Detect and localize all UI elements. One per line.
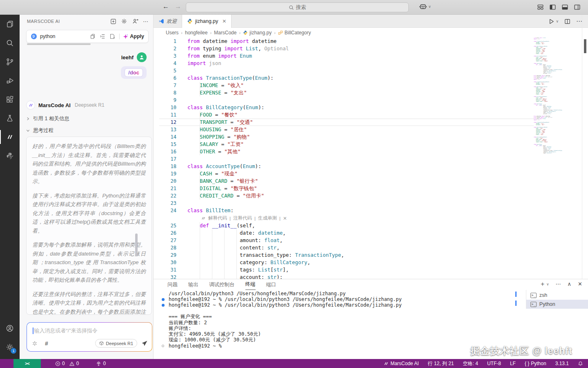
problems-status[interactable]: 0 0: [55, 361, 79, 366]
code-snippet-card[interactable]: python Apply: [26, 30, 149, 43]
sidebar-item-source-control[interactable]: [0, 52, 20, 71]
ports-status[interactable]: 0: [96, 361, 106, 366]
codelens-link[interactable]: 生成单测: [258, 215, 277, 221]
sidebar-item-search[interactable]: [0, 34, 20, 52]
sidebar-item-explorer[interactable]: [0, 15, 20, 34]
breadcrumb-separator: ›: [209, 30, 212, 35]
breadcrumb-item[interactable]: BillCategory: [278, 30, 311, 36]
chat-settings-button[interactable]: [121, 18, 127, 25]
eol-status[interactable]: LF: [510, 361, 516, 366]
insert-at-cursor-icon[interactable]: [100, 34, 105, 39]
tab-jizhang-py[interactable]: jizhang.py ✕: [182, 15, 232, 28]
panel-actions: ＋∨ ⋯ ∧ ✕: [539, 280, 582, 288]
account-button[interactable]: [0, 319, 20, 338]
minimap[interactable]: from datetime import datetimefrom typing…: [534, 38, 583, 153]
new-terminal-button[interactable]: ＋∨: [539, 280, 549, 288]
python-version-status[interactable]: 3.13.1: [555, 361, 569, 366]
codelens-close-icon[interactable]: ✕: [283, 215, 287, 221]
split-editor-button[interactable]: [564, 18, 570, 25]
context-hash-icon[interactable]: #: [45, 340, 48, 347]
terminal-output[interactable]: /usr/local/bin/python3 /Users/hongfeilee…: [162, 291, 513, 349]
encoding-status[interactable]: UTF-8: [487, 361, 501, 366]
run-button[interactable]: ∨: [548, 18, 559, 25]
terminal-dropdown-icon[interactable]: ∨: [546, 282, 549, 286]
panel-title: MARSCODE AI: [27, 19, 106, 24]
copy-icon[interactable]: [90, 34, 96, 39]
profile-share-button[interactable]: [132, 18, 138, 25]
more-actions-icon[interactable]: ⋯: [576, 18, 582, 25]
remote-indicator[interactable]: ><: [13, 359, 41, 368]
text-caret: [33, 328, 33, 334]
thinking-toggle[interactable]: 思考过程: [26, 127, 53, 134]
code-line: 15 SALARY = "工资": [154, 141, 588, 148]
title-bar: ← → 搜索 ∨: [0, 0, 588, 15]
sidebar-item-marscode-ai[interactable]: [0, 128, 20, 146]
snippet-scrollbar[interactable]: [27, 43, 91, 45]
layout-customize-button[interactable]: [537, 4, 544, 11]
panel-tab-端口[interactable]: 端口: [266, 279, 276, 290]
terminal-session-zsh[interactable]: >_zsh: [526, 291, 588, 300]
marscode-icon: [201, 216, 206, 221]
breadcrumb-item[interactable]: jizhang.py: [243, 30, 272, 36]
toggle-panel-button[interactable]: [561, 4, 568, 11]
command-sparkle-icon[interactable]: [32, 341, 38, 346]
sidebar-item-extensions[interactable]: [0, 90, 20, 109]
line-number: 31: [154, 266, 176, 274]
new-file-icon[interactable]: [109, 34, 115, 39]
code-editor[interactable]: 1from datetime import datetime2from typi…: [154, 38, 588, 279]
editor-scrollbar[interactable]: [584, 39, 586, 53]
reference-label: 引用 1 相关信息: [33, 115, 69, 122]
maximize-panel-icon[interactable]: ∧: [568, 281, 572, 287]
marscode-ai-status[interactable]: MarsCode AI: [383, 361, 419, 366]
reference-toggle[interactable]: 引用 1 相关信息: [26, 115, 69, 122]
model-selector-chip[interactable]: Deepseek R1: [95, 339, 137, 348]
search-icon: [289, 5, 294, 10]
breadcrumb-item[interactable]: hongfeilee: [185, 30, 207, 36]
apply-button[interactable]: Apply: [123, 34, 144, 39]
settings-button[interactable]: 1: [0, 338, 20, 357]
code-line: 16 OTHER = "其他": [154, 148, 588, 155]
chevron-down-icon: ∨: [428, 4, 431, 9]
sidebar-item-run-debug[interactable]: [0, 71, 20, 90]
terminal-session-list: >_zsh>_Python: [526, 290, 588, 309]
codelens-link[interactable]: 注释代码: [233, 215, 252, 221]
more-actions-icon[interactable]: ⋯: [556, 281, 561, 287]
chat-input[interactable]: 输入消息或者“/”来选择指令 # Deepseek R1: [27, 322, 152, 352]
run-dropdown-icon[interactable]: ∨: [556, 19, 559, 23]
robot-icon: [419, 3, 427, 10]
sidebar-item-python[interactable]: [0, 146, 20, 165]
code-line: 29 transaction_type: TransactionType,: [154, 251, 588, 259]
language-mode-status[interactable]: { }Python: [525, 361, 546, 366]
breadcrumb-item[interactable]: MarsCode: [214, 30, 236, 36]
line-number: 24: [154, 207, 176, 214]
terminal-session-Python[interactable]: >_Python: [526, 300, 588, 309]
cursor-position-status[interactable]: 行 12, 列 21: [428, 360, 454, 367]
panel-tab-终端[interactable]: 终端: [245, 279, 256, 290]
close-panel-icon[interactable]: ✕: [578, 281, 582, 287]
code-line: 9: [154, 96, 588, 104]
back-arrow-icon[interactable]: ←: [163, 3, 169, 10]
codelens-link[interactable]: 解释代码: [208, 215, 227, 221]
panel-tab-问题[interactable]: 问题: [167, 279, 178, 290]
tab-welcome[interactable]: 欢迎: [154, 15, 182, 28]
notifications-button[interactable]: [578, 361, 583, 366]
panel-right-icon: [574, 4, 581, 11]
send-button[interactable]: [141, 340, 148, 347]
more-actions-icon[interactable]: ⋯: [143, 18, 148, 25]
sidebar-scrollbar[interactable]: [135, 233, 138, 256]
search-input[interactable]: 搜索: [186, 2, 409, 12]
indentation-status[interactable]: 空格: 4: [463, 360, 478, 367]
doc-command-chip: /doc: [125, 68, 143, 77]
toggle-sidebar-right-button[interactable]: [574, 4, 581, 11]
breadcrumb-item[interactable]: Users: [166, 30, 178, 36]
line-number: 28: [154, 244, 176, 251]
line-number: 2: [154, 45, 176, 52]
panel-tab-调试控制台[interactable]: 调试控制台: [209, 279, 235, 290]
new-chat-button[interactable]: [110, 18, 116, 25]
toggle-sidebar-left-button[interactable]: [549, 4, 556, 11]
close-icon[interactable]: ✕: [222, 18, 226, 24]
codelens-actions[interactable]: 解释代码|注释代码|生成单测|✕: [154, 214, 588, 222]
sidebar-item-testing[interactable]: [0, 109, 20, 128]
ai-assistant-button[interactable]: ∨: [419, 3, 431, 10]
panel-tab-输出[interactable]: 输出: [188, 279, 198, 290]
